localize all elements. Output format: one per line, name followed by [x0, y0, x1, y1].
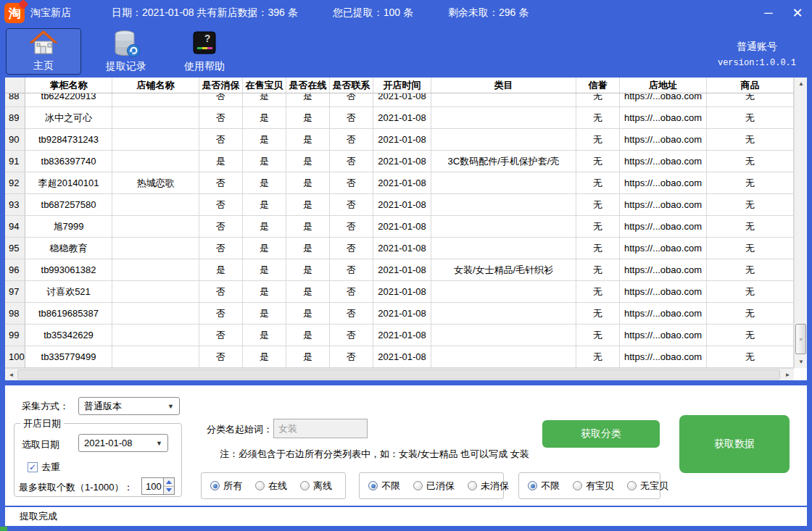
toolbar-item-records[interactable]: 提取记录: [100, 28, 152, 75]
table-cell: 无: [707, 281, 794, 303]
table-row[interactable]: 90tb9284731243否是是否2021-01-08无https://...…: [5, 129, 794, 151]
table-cell: 无: [707, 107, 794, 129]
stepper-down-icon[interactable]: [164, 487, 174, 495]
table-row[interactable]: 99tb35342629否是是否2021-01-08无https://...ob…: [5, 325, 794, 346]
radio-option-item-filter[interactable]: 无宝贝: [627, 480, 668, 493]
table-row[interactable]: 88tb624220913否是是否2021-01-08无https://...o…: [5, 93, 794, 107]
vertical-scroll-thumb[interactable]: ≡: [795, 324, 806, 354]
table-cell: 是: [286, 151, 330, 172]
collect-method-select[interactable]: 普通版本 ▼: [78, 397, 180, 415]
table-cell: 2021-01-08: [373, 93, 431, 107]
open-date-group-label: 开店日期: [20, 417, 64, 430]
table-cell: 否: [199, 129, 243, 151]
radio-label: 离线: [313, 480, 332, 493]
get-data-button[interactable]: 获取数据: [679, 415, 790, 473]
table-cell: 否: [330, 129, 373, 151]
table-cell: [112, 238, 199, 259]
select-date-select[interactable]: 2021-01-08 ▼: [78, 434, 168, 452]
table-cell: [112, 107, 199, 129]
table-row[interactable]: 89冰中之可心否是是否2021-01-08无https://...obao.co…: [5, 107, 794, 129]
row-number: 94: [5, 216, 25, 238]
table-cell: 是: [199, 259, 243, 281]
radio-icon: [300, 481, 310, 490]
table-cell: 旭7999: [25, 216, 112, 238]
radio-label: 不限: [381, 480, 400, 493]
table-cell: 否: [330, 259, 373, 281]
vertical-scrollbar[interactable]: ▲ ≡ ▼: [794, 78, 807, 368]
table-cell: [431, 238, 576, 259]
header-cell[interactable]: 开店时间: [373, 78, 431, 93]
scroll-left-icon[interactable]: ◄: [5, 369, 17, 381]
table-cell: 是: [243, 238, 286, 259]
header-cell[interactable]: 是否在线: [286, 78, 330, 93]
dedupe-checkbox[interactable]: ✓ 去重: [28, 461, 60, 474]
checkbox-check-icon: ✓: [28, 462, 38, 472]
scroll-right-icon[interactable]: ►: [782, 369, 794, 381]
toolbar-item-home[interactable]: 主页: [6, 28, 81, 75]
header-cell[interactable]: 掌柜名称: [25, 78, 112, 93]
radio-option-item-filter[interactable]: 有宝贝: [573, 480, 614, 493]
radio-option-online-filter[interactable]: 离线: [300, 480, 332, 493]
table-row[interactable]: 98tb8619685387否是是否2021-01-08无https://...…: [5, 303, 794, 325]
collect-method-label: 采集方式：: [22, 400, 69, 413]
table-cell: tb335779499: [25, 346, 112, 368]
header-cell[interactable]: 店地址: [620, 78, 707, 93]
table-cell: 2021-01-08: [373, 216, 431, 238]
radio-icon: [413, 481, 423, 490]
table-cell: 无: [576, 129, 620, 151]
table-row[interactable]: 96tb993061382是是是否2021-01-08女装/女士精品/毛针织衫无…: [5, 259, 794, 281]
account-type: 普通账号: [718, 41, 796, 54]
table-cell: 无: [576, 107, 620, 129]
table-cell: 2021-01-08: [373, 303, 431, 325]
header-cell[interactable]: 是否联系: [330, 78, 373, 93]
close-button[interactable]: ✕: [783, 2, 812, 24]
header-cell[interactable]: 信誉: [576, 78, 620, 93]
table-cell: 否: [199, 107, 243, 129]
max-count-stepper[interactable]: 100: [141, 477, 175, 495]
table-cell: 无: [576, 238, 620, 259]
table-row[interactable]: 91tb836397740是是是否2021-01-083C数码配件/手机保护套/…: [5, 151, 794, 172]
radio-icon: [255, 481, 265, 490]
header-cell[interactable]: 商品: [707, 78, 794, 93]
table-row[interactable]: 92李超20140101热城恋歌否是是否2021-01-08无https://.…: [5, 172, 794, 194]
row-number: 91: [5, 151, 25, 172]
table-cell: [431, 93, 576, 107]
table-cell: 否: [199, 303, 243, 325]
header-cell[interactable]: 在售宝贝: [243, 78, 286, 93]
select-date-label: 选取日期: [22, 438, 59, 451]
stepper-up-icon[interactable]: [164, 478, 174, 487]
table-row[interactable]: 93tb687257580否是是否2021-01-08无https://...o…: [5, 194, 794, 216]
table-row[interactable]: 97讨喜欢521否是是否2021-01-08无https://...obao.c…: [5, 281, 794, 303]
table-cell: [112, 303, 199, 325]
toolbar-item-label: 使用帮助: [184, 60, 225, 73]
table-cell: 是: [199, 151, 243, 172]
category-word-input[interactable]: [273, 419, 368, 438]
radio-option-online-filter[interactable]: 所有: [210, 480, 242, 493]
radio-option-item-filter[interactable]: 不限: [528, 480, 560, 493]
header-cell[interactable]: 类目: [431, 78, 576, 93]
scroll-down-icon[interactable]: ▼: [795, 356, 808, 368]
scroll-up-icon[interactable]: ▲: [795, 78, 808, 90]
max-count-value[interactable]: 100: [142, 478, 163, 494]
header-cell[interactable]: 店铺名称: [112, 78, 199, 93]
title-bar: 淘 淘宝新店 日期：2021-01-08 共有新店数据：396 条 您已提取：1…: [0, 0, 812, 26]
header-cell[interactable]: 是否消保: [199, 78, 243, 93]
table-cell: tb993061382: [25, 259, 112, 281]
row-number: 96: [5, 259, 25, 281]
table-row[interactable]: 100tb335779499否是是否2021-01-08无https://...…: [5, 346, 794, 368]
table-row[interactable]: 95稳稳教育否是是否2021-01-08无https://...obao.com…: [5, 238, 794, 259]
minimize-button[interactable]: ─: [754, 2, 783, 24]
toolbar-item-label: 主页: [33, 59, 54, 72]
radio-option-protection-filter[interactable]: 不限: [368, 480, 400, 493]
table-cell: 是: [243, 259, 286, 281]
table-row[interactable]: 94旭7999否是是否2021-01-08无https://...obao.co…: [5, 216, 794, 238]
horizontal-scrollbar[interactable]: ◄ ►: [5, 368, 794, 380]
table-cell: [112, 325, 199, 346]
toolbar-item-help[interactable]: ? 使用帮助: [178, 28, 231, 75]
get-category-button[interactable]: 获取分类: [542, 420, 660, 448]
radio-option-online-filter[interactable]: 在线: [255, 480, 287, 493]
horizontal-scroll-thumb[interactable]: [17, 369, 780, 380]
table-cell: https://...obao.com: [620, 216, 707, 238]
radio-option-protection-filter[interactable]: 未消保: [468, 480, 509, 493]
radio-option-protection-filter[interactable]: 已消保: [413, 480, 455, 493]
